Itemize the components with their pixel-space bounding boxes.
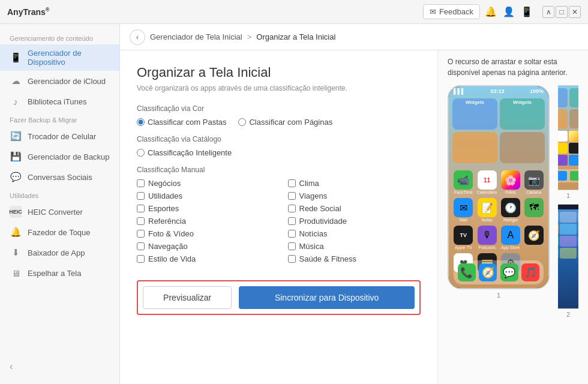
sidebar-item-gerenciador-icloud[interactable]: ☁ Gerenciador de iCloud	[0, 71, 119, 91]
sidebar-label-fazedor-de-toque: Fazedor de Toque	[28, 228, 91, 237]
sidebar-item-gerenciador-dispositivo[interactable]: 📱 Gerenciador de Dispositivo	[0, 44, 119, 71]
page-content: Organizar a Tela Inicial Você organizará…	[120, 50, 588, 384]
cb-viagens-label: Viagens	[299, 191, 328, 200]
thumb-frame-1	[558, 85, 578, 190]
radio-paginas[interactable]: Classificar com Páginas	[238, 118, 332, 127]
sidebar-item-conversas-sociais[interactable]: 💬 Conversas Sociais	[0, 167, 119, 187]
app-cell-fotos: 🌸 Fotos	[501, 170, 521, 194]
sidebar-item-heic-converter[interactable]: HEIC HEIC Converter	[0, 202, 119, 222]
app-cell-camera: 📷 Câmera	[524, 170, 544, 194]
cb-clima[interactable]: Clima	[288, 179, 421, 188]
app-cell-maps: 🗺	[524, 198, 544, 222]
person-icon[interactable]: 👤	[503, 6, 515, 17]
cb-viagens-input[interactable]	[288, 192, 296, 200]
phone-preview-main: ▌▌▌ 03:13 100% Widgets	[448, 85, 550, 299]
breadcrumb-back-button[interactable]: ‹	[130, 29, 145, 45]
page-title: Organizar a Tela Inicial	[137, 65, 421, 80]
cb-navegacao-input[interactable]	[137, 242, 145, 250]
sidebar-item-baixador-de-app[interactable]: ⬇ Baixador de App	[0, 242, 119, 263]
cb-utilidades[interactable]: Utilidades	[137, 191, 270, 200]
chat-icon: 💬	[10, 171, 22, 183]
app-label-calendario: Calendário	[477, 190, 497, 194]
thumb-screen-1	[558, 86, 578, 190]
cb-noticias[interactable]: Notícias	[288, 229, 421, 238]
sidebar-label-conversas-sociais: Conversas Sociais	[28, 173, 92, 182]
app-cell-podcasts: 🎙 Podcasts	[477, 226, 497, 250]
thumb-item-2: 2	[558, 204, 578, 318]
cb-estilo-vida-input[interactable]	[137, 255, 145, 263]
cb-produtividade-label: Produtividade	[299, 217, 347, 226]
app-label-camera: Câmera	[526, 190, 541, 194]
cb-clima-input[interactable]	[288, 179, 296, 187]
phone-screen-main: ▌▌▌ 03:13 100% Widgets	[449, 86, 548, 288]
cb-musica[interactable]: Música	[288, 242, 421, 251]
close-button[interactable]: ✕	[569, 6, 581, 18]
cb-noticias-input[interactable]	[288, 230, 296, 238]
cb-utilidades-label: Utilidades	[148, 191, 182, 200]
cb-saude-fitness-input[interactable]	[288, 255, 296, 263]
drag-drop-notice: O recurso de arrastar e soltar esta disp…	[448, 56, 578, 78]
cb-estilo-vida[interactable]: Estilo de Vida	[137, 254, 270, 263]
cb-foto-video-label: Foto & Vídeo	[148, 229, 194, 238]
sidebar-item-biblioteca-itunes[interactable]: ♪ Biblioteca iTunes	[0, 91, 119, 112]
window-controls: ∧ □ ✕	[542, 6, 581, 18]
cb-viagens[interactable]: Viagens	[288, 191, 421, 200]
bell-icon[interactable]: 🔔	[485, 6, 497, 17]
cb-utilidades-input[interactable]	[137, 192, 145, 200]
cb-saude-fitness[interactable]: Saúde & Fitness	[288, 254, 421, 263]
sync-button[interactable]: Sincronizar para Dispositivo	[239, 286, 415, 309]
cb-rede-social[interactable]: Rede Social	[288, 204, 421, 213]
app-name: AnyTrans	[7, 7, 46, 17]
section-label-cor: Classificação via Cor	[137, 104, 421, 113]
radio-inteligente[interactable]: Classificação Inteligente	[137, 148, 232, 157]
cb-esportes[interactable]: Esportes	[137, 204, 270, 213]
sidebar-item-trocador-celular[interactable]: 🔄 Trocador de Celular	[0, 126, 119, 146]
cb-musica-label: Música	[299, 242, 324, 251]
minimize-button[interactable]: ∧	[542, 6, 554, 18]
sidebar-label-espelhar-a-tela: Espelhar a Tela	[28, 269, 81, 278]
cb-musica-input[interactable]	[288, 242, 296, 250]
cb-foto-video[interactable]: Foto & Vídeo	[137, 229, 270, 238]
preview-button[interactable]: Previsualizar	[143, 286, 232, 309]
phone-icon[interactable]: 📱	[521, 6, 533, 17]
radio-pastas[interactable]: Classificar com Pastas	[137, 118, 226, 127]
feedback-button[interactable]: ✉ Feedback	[423, 4, 480, 19]
cb-rede-social-input[interactable]	[288, 205, 296, 212]
radio-inteligente-input[interactable]	[137, 149, 145, 157]
section-label-catalogo: Classificação via Catálogo	[137, 135, 421, 143]
radio-pastas-input[interactable]	[137, 118, 145, 126]
sidebar-item-espelhar-a-tela[interactable]: 🖥 Espelhar a Tela	[0, 263, 119, 283]
cb-foto-video-input[interactable]	[137, 230, 145, 238]
phone-page-number-1: 1	[497, 292, 500, 299]
form-panel: Organizar a Tela Inicial Você organizará…	[120, 50, 438, 384]
sidebar-item-fazedor-de-toque[interactable]: 🔔 Fazedor de Toque	[0, 222, 119, 242]
radio-group-cor: Classificar com Pastas Classificar com P…	[137, 118, 421, 127]
cb-referencia[interactable]: Referência	[137, 217, 270, 226]
sidebar-label-gerenciador-backup: Gerenciador de Backup	[28, 152, 110, 161]
cb-negocios-input[interactable]	[137, 179, 145, 187]
radio-inteligente-label: Classificação Inteligente	[148, 148, 232, 157]
cb-esportes-input[interactable]	[137, 205, 145, 212]
phone-status-bar: ▌▌▌ 03:13 100%	[449, 86, 548, 96]
cb-produtividade-input[interactable]	[288, 217, 296, 225]
title-icons: 🔔 👤 📱	[485, 6, 533, 17]
app-cell-compass: 🧭	[524, 226, 544, 250]
app-label-appletv: Apple TV	[455, 245, 472, 250]
app-icon-camera: 📷	[524, 170, 544, 190]
page-subtitle: Você organizará os apps através de uma c…	[137, 84, 421, 92]
phone-frame-main: ▌▌▌ 03:13 100% Widgets	[448, 85, 550, 289]
sidebar-label-baixador-de-app: Baixador de App	[28, 248, 85, 257]
thumbnail-panel: 1	[558, 85, 578, 318]
cb-navegacao-label: Navegação	[148, 242, 188, 251]
cb-navegacao[interactable]: Navegação	[137, 242, 270, 251]
cb-negocios[interactable]: Negócios	[137, 179, 270, 188]
cb-produtividade[interactable]: Produtividade	[288, 217, 421, 226]
radio-paginas-input[interactable]	[238, 118, 246, 126]
sidebar-collapse-button[interactable]: ‹	[10, 361, 13, 371]
maximize-button[interactable]: □	[556, 6, 568, 18]
widget-area: Widgets Widgets	[449, 96, 548, 167]
cb-referencia-input[interactable]	[137, 217, 145, 225]
sidebar-item-gerenciador-backup[interactable]: 💾 Gerenciador de Backup	[0, 146, 119, 167]
app-icon-calendario: 11	[478, 170, 497, 190]
content-area: ‹ Gerenciador de Tela Inicial > Organiza…	[120, 24, 588, 384]
